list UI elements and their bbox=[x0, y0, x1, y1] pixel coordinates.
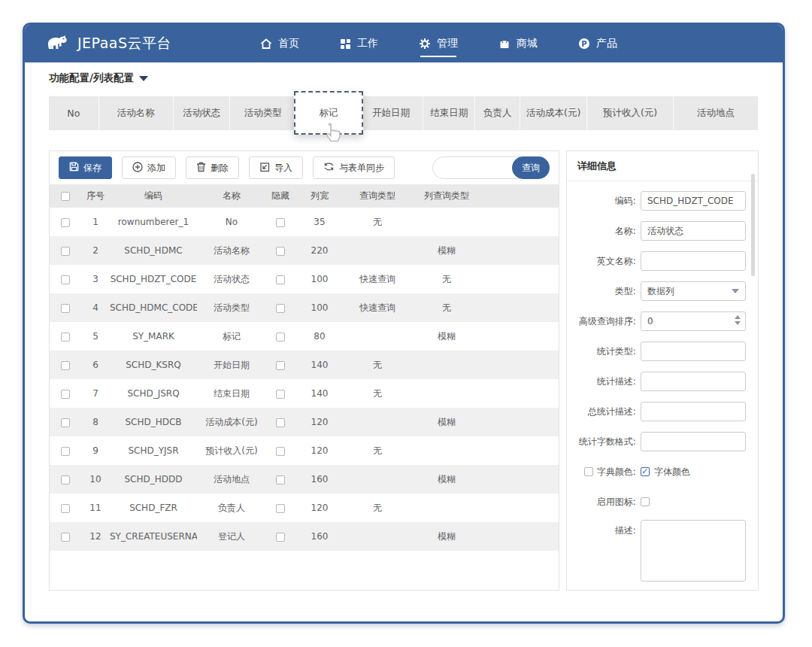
preview-col-cost[interactable]: 活动成本(元) bbox=[520, 96, 587, 130]
hidden-checkbox[interactable] bbox=[276, 333, 285, 342]
field-code: 编码: bbox=[570, 186, 746, 216]
nav-item-product[interactable]: P 产品 bbox=[578, 25, 617, 62]
nav-item-manage[interactable]: 管理 bbox=[419, 25, 458, 62]
search-button[interactable]: 查询 bbox=[512, 156, 550, 179]
preview-col-owner[interactable]: 负责人 bbox=[475, 96, 520, 130]
nav-label: 商城 bbox=[517, 37, 538, 50]
header-name: 名称 bbox=[197, 184, 266, 208]
total-stat-desc-label: 总统计描述: bbox=[570, 406, 636, 418]
nav-item-mall[interactable]: 商城 bbox=[498, 25, 538, 62]
preview-col-no[interactable]: No bbox=[49, 96, 99, 130]
breadcrumb-label: 功能配置/列表配置 bbox=[49, 71, 134, 85]
row-select-checkbox[interactable] bbox=[61, 333, 70, 342]
header-hidden: 隐藏 bbox=[266, 184, 295, 208]
en-name-input[interactable] bbox=[641, 251, 746, 271]
row-select-checkbox[interactable] bbox=[61, 304, 70, 313]
save-button[interactable]: 保存 bbox=[59, 156, 112, 179]
field-type: 类型: 数据列 bbox=[570, 276, 746, 306]
list-preview-header: No 活动名称 活动状态 活动类型 开始日期 结束日期 负责人 活动成本(元) … bbox=[49, 96, 759, 130]
field-en-name: 英文名称: bbox=[570, 246, 746, 276]
import-button[interactable]: 导入 bbox=[249, 156, 303, 179]
row-select-checkbox[interactable] bbox=[61, 361, 70, 370]
table-row[interactable]: 4SCHD_HDMC_CODE活动类型100快速查询无 bbox=[50, 293, 559, 322]
hidden-checkbox[interactable] bbox=[276, 304, 285, 313]
preview-col-income[interactable]: 预计收入(元) bbox=[587, 96, 673, 130]
hidden-checkbox[interactable] bbox=[276, 218, 285, 227]
stat-type-input[interactable] bbox=[641, 342, 746, 361]
row-select-checkbox[interactable] bbox=[61, 504, 70, 513]
preview-col-status[interactable]: 活动状态 bbox=[174, 96, 231, 130]
stat-desc-input[interactable] bbox=[641, 372, 746, 391]
stat-format-input[interactable] bbox=[641, 432, 746, 451]
hidden-checkbox[interactable] bbox=[276, 275, 285, 284]
table-row[interactable]: 8SCHD_HDCB活动成本(元)120模糊 bbox=[50, 408, 559, 436]
table-row[interactable]: 11SCHD_FZR负责人120无 bbox=[50, 494, 559, 522]
preview-col-place[interactable]: 活动地点 bbox=[674, 96, 759, 130]
dict-color-checkbox[interactable] bbox=[584, 467, 593, 476]
delete-button[interactable]: 删除 bbox=[186, 156, 239, 179]
table-row[interactable]: 9SCHD_YJSR预计收入(元)120无 bbox=[50, 436, 559, 465]
table-row[interactable]: 6SCHD_KSRQ开始日期140无 bbox=[50, 351, 559, 379]
description-textarea[interactable] bbox=[641, 520, 746, 582]
type-label: 类型: bbox=[570, 285, 636, 298]
hidden-checkbox[interactable] bbox=[276, 390, 285, 399]
preview-col-name[interactable]: 活动名称 bbox=[99, 96, 174, 130]
table-row[interactable]: 12SY_CREATEUSERNAME登记人160模糊 bbox=[50, 522, 559, 551]
grid-icon bbox=[340, 38, 351, 50]
name-input[interactable] bbox=[641, 221, 746, 241]
save-label: 保存 bbox=[83, 162, 102, 175]
icon-enable-checkbox[interactable] bbox=[641, 497, 650, 506]
hidden-checkbox[interactable] bbox=[276, 504, 285, 513]
import-label: 导入 bbox=[274, 162, 292, 175]
table-row[interactable]: 5SY_MARK标记80模糊 bbox=[50, 322, 559, 351]
table-row[interactable]: 1rownumberer_1No35无 bbox=[50, 208, 559, 236]
hidden-checkbox[interactable] bbox=[276, 533, 285, 542]
preview-col-end[interactable]: 结束日期 bbox=[423, 96, 476, 130]
number-stepper[interactable] bbox=[735, 315, 741, 325]
row-select-checkbox[interactable] bbox=[61, 418, 70, 427]
step-up-icon[interactable] bbox=[735, 315, 741, 319]
bag-icon bbox=[498, 38, 511, 50]
row-select-checkbox[interactable] bbox=[61, 247, 70, 256]
row-select-checkbox[interactable] bbox=[61, 475, 70, 484]
table-row[interactable]: 3SCHD_HDZT_CODE活动状态100快速查询无 bbox=[50, 265, 559, 293]
hidden-checkbox[interactable] bbox=[276, 361, 285, 370]
code-input[interactable] bbox=[641, 191, 746, 211]
field-stat-format: 统计字数格式: bbox=[570, 427, 746, 457]
detail-panel-title: 详细信息 bbox=[567, 151, 758, 181]
hidden-checkbox[interactable] bbox=[276, 247, 285, 256]
table-row[interactable]: 7SCHD_JSRQ结束日期140无 bbox=[50, 379, 559, 408]
add-label: 添加 bbox=[147, 162, 165, 175]
table-row[interactable]: 2SCHD_HDMC活动名称220模糊 bbox=[50, 236, 559, 265]
field-stat-type: 统计类型: bbox=[570, 336, 746, 366]
select-all-checkbox[interactable] bbox=[61, 192, 70, 201]
svg-text:P: P bbox=[581, 40, 586, 48]
nav-label: 工作 bbox=[357, 37, 378, 50]
preview-col-type[interactable]: 活动类型 bbox=[230, 96, 295, 130]
font-color-checkbox[interactable]: ✓ bbox=[641, 467, 650, 476]
row-select-checkbox[interactable] bbox=[61, 275, 70, 284]
hidden-checkbox[interactable] bbox=[276, 447, 285, 456]
adv-sort-label: 高级查询排序: bbox=[570, 315, 636, 328]
type-select[interactable]: 数据列 bbox=[641, 281, 746, 301]
row-select-checkbox[interactable] bbox=[61, 218, 70, 227]
brand[interactable]: JEPaaS云平台 bbox=[44, 32, 171, 55]
total-stat-desc-input[interactable] bbox=[641, 402, 746, 421]
row-select-checkbox[interactable] bbox=[61, 447, 70, 456]
field-stat-desc: 统计描述: bbox=[570, 366, 746, 396]
nav-item-home[interactable]: 首页 bbox=[260, 25, 299, 62]
detail-scrollbar[interactable] bbox=[751, 174, 755, 276]
preview-col-start[interactable]: 开始日期 bbox=[359, 96, 423, 130]
breadcrumb[interactable]: 功能配置/列表配置 bbox=[49, 62, 759, 94]
dragged-column-cell[interactable]: 标记 bbox=[294, 91, 363, 135]
row-select-checkbox[interactable] bbox=[61, 533, 70, 542]
adv-sort-input[interactable] bbox=[641, 311, 746, 331]
nav-item-work[interactable]: 工作 bbox=[340, 25, 378, 62]
hidden-checkbox[interactable] bbox=[276, 418, 285, 427]
add-button[interactable]: 添加 bbox=[122, 156, 176, 179]
sync-with-form-button[interactable]: 与表单同步 bbox=[313, 156, 395, 179]
step-down-icon[interactable] bbox=[735, 321, 741, 325]
table-row[interactable]: 10SCHD_HDDD活动地点160模糊 bbox=[50, 465, 559, 494]
hidden-checkbox[interactable] bbox=[276, 475, 285, 484]
row-select-checkbox[interactable] bbox=[61, 390, 70, 399]
